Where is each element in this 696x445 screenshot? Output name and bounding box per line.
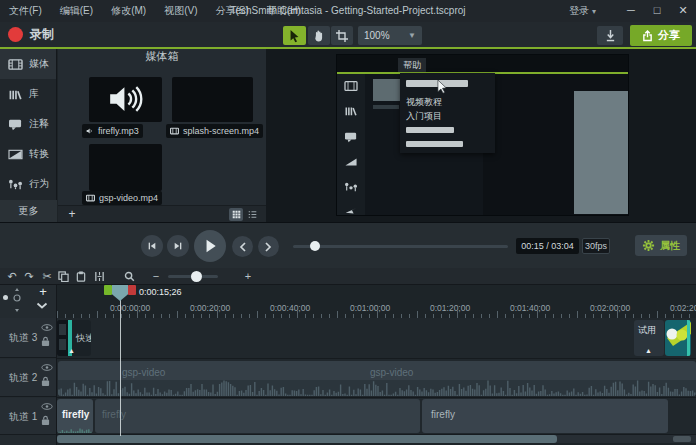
track-name: 轨道 2 <box>9 371 37 385</box>
lock-icon[interactable] <box>41 415 50 426</box>
menu-edit[interactable]: 编辑(E) <box>51 0 102 22</box>
menu-modify[interactable]: 修改(M) <box>102 0 155 22</box>
add-media-button[interactable]: + <box>64 208 80 221</box>
media-thumbnail-gsp[interactable] <box>89 144 162 191</box>
clip-filmstrip-slot <box>59 324 66 335</box>
pan-tool-button[interactable] <box>308 26 330 45</box>
media-item-firefly[interactable]: firefly.mp3 <box>82 124 143 138</box>
menu-view[interactable]: 视图(V) <box>155 0 206 22</box>
paste-icon[interactable] <box>76 271 90 284</box>
step-forward-button[interactable] <box>167 235 189 257</box>
selection-tool-button[interactable] <box>283 26 306 45</box>
clip-track3-graphic[interactable] <box>665 320 691 356</box>
cut-icon[interactable]: ✂ <box>40 270 54 283</box>
fps-display: 30fps <box>582 238 610 254</box>
eye-icon[interactable] <box>41 403 53 410</box>
close-button[interactable]: ✕ <box>670 0 696 20</box>
playhead-in-handle[interactable] <box>104 285 112 295</box>
eye-icon[interactable] <box>41 324 53 331</box>
zoom-out-button[interactable]: − <box>149 270 163 283</box>
eye-icon[interactable] <box>41 364 53 371</box>
chevron-down-icon[interactable] <box>36 302 48 309</box>
marker-triangle-icon[interactable]: ▲ <box>645 347 652 354</box>
download-icon <box>605 29 616 42</box>
timeline-zoom-dot[interactable] <box>3 295 8 300</box>
clip-label: firefly <box>102 409 126 420</box>
signin-button[interactable]: 登录 ▾ <box>569 0 596 23</box>
media-bin-panel: 媒体箱 firefly.mp3 splash-screen.mp4 gsp-vi… <box>58 49 266 222</box>
undo-icon[interactable]: ↶ <box>5 270 19 283</box>
behaviors-icon <box>8 178 23 191</box>
lock-icon[interactable] <box>41 376 50 387</box>
clip-label: gsp-video <box>370 367 413 378</box>
play-button[interactable] <box>194 230 226 262</box>
vertical-zoom-icon[interactable] <box>12 287 22 313</box>
next-clip-button[interactable] <box>258 236 279 257</box>
media-bin-bottom-bar: + <box>58 205 266 222</box>
step-back-button[interactable] <box>141 235 163 257</box>
magnifier-icon <box>124 271 138 284</box>
menu-file[interactable]: 文件(F) <box>0 0 51 22</box>
menu-share[interactable]: 分享(S) <box>206 0 257 22</box>
record-button[interactable]: 录制 <box>8 26 54 43</box>
film-icon <box>86 194 95 202</box>
film-icon <box>170 127 179 135</box>
grid-view-icon <box>232 210 241 219</box>
callout-icon <box>8 118 23 131</box>
clip-track2-gsp-video[interactable]: gsp-video gsp-video <box>58 361 696 396</box>
ruler-label: 0:01:40;00 <box>510 303 550 313</box>
sidebar-more-button[interactable]: 更多 <box>0 200 57 222</box>
audio-waveform <box>58 380 696 396</box>
crop-tool-button[interactable] <box>331 26 353 45</box>
preview-canvas: 帮助 视频教程 入门项目 <box>266 49 696 222</box>
sidebar-item-behaviors[interactable]: 行为 <box>0 169 56 199</box>
chevron-left-icon <box>239 242 246 252</box>
hand-icon <box>313 29 325 42</box>
minimize-button[interactable]: ─ <box>618 0 644 20</box>
sidebar-item-media[interactable]: 媒体 <box>0 49 56 79</box>
ruler-label: 0:01:00;00 <box>350 303 390 313</box>
media-item-gsp[interactable]: gsp-video.mp4 <box>82 191 162 205</box>
clip-track1-firefly-c[interactable]: firefly <box>422 399 668 433</box>
media-item-splash[interactable]: splash-screen.mp4 <box>166 124 263 138</box>
timeline-scrollbar <box>57 435 696 443</box>
grid-view-button[interactable] <box>229 208 243 221</box>
clip-track1-firefly-b[interactable]: firefly <box>95 399 420 433</box>
share-button[interactable]: 分享 <box>630 25 692 46</box>
marker-triangle-icon[interactable]: ▲ <box>68 347 75 354</box>
scrollbar-piece[interactable] <box>673 436 691 442</box>
preview-mini-thumbnail <box>373 79 401 101</box>
playhead-out-handle[interactable] <box>128 285 136 295</box>
track-name: 轨道 1 <box>9 410 37 424</box>
timeline-zoom-thumb[interactable] <box>191 271 202 282</box>
redo-icon[interactable]: ↷ <box>22 270 36 283</box>
add-track-button[interactable]: + <box>33 285 53 299</box>
seek-slider[interactable] <box>293 245 508 248</box>
list-view-button[interactable] <box>245 208 259 221</box>
properties-button[interactable]: 属性 <box>635 235 687 256</box>
sidebar-item-library[interactable]: 库 <box>0 79 56 109</box>
preview-gray-panel <box>574 91 628 214</box>
media-thumbnail-firefly[interactable] <box>89 77 162 122</box>
canvas-zoom-select[interactable]: 100%▼ <box>358 26 422 45</box>
clip-label: gsp-video <box>122 367 165 378</box>
scrollbar-thumb[interactable] <box>57 435 557 443</box>
copy-icon[interactable] <box>58 271 72 284</box>
track-header-1: 轨道 1 <box>0 398 56 435</box>
seek-slider-thumb[interactable] <box>310 241 320 251</box>
zoom-in-button[interactable]: + <box>241 270 255 283</box>
camtasia-window: 文件(F) 编辑(E) 修改(M) 视图(V) 分享(S) 帮助(H) Tech… <box>0 0 696 445</box>
maximize-button[interactable]: □ <box>644 0 670 20</box>
playhead-line[interactable] <box>120 300 121 436</box>
export-download-button[interactable] <box>597 26 623 45</box>
clip-track1-firefly-a[interactable]: firefly <box>57 399 93 433</box>
previous-clip-button[interactable] <box>232 236 253 257</box>
lock-icon[interactable] <box>41 336 50 347</box>
menu-help[interactable]: 帮助(H) <box>258 0 310 22</box>
record-toolbar: 录制 100%▼ 分享 <box>0 22 696 49</box>
track-name: 轨道 3 <box>9 331 37 345</box>
media-thumbnail-splash[interactable] <box>172 77 253 122</box>
sidebar-item-annotations[interactable]: 注释 <box>0 109 56 139</box>
sidebar-item-transitions[interactable]: 转换 <box>0 139 56 169</box>
split-icon[interactable] <box>94 271 108 284</box>
